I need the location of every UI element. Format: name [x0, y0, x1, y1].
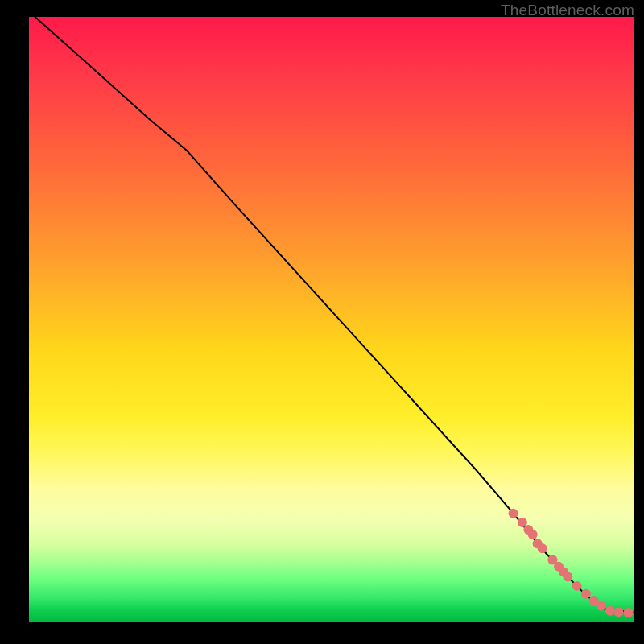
chart-overlay: [29, 17, 634, 622]
watermark-text: TheBottleneck.com: [501, 2, 634, 19]
chart-frame: TheBottleneck.com: [0, 0, 644, 644]
scatter-dot: [538, 543, 547, 553]
scatter-dot: [613, 607, 623, 617]
curve-line: [35, 17, 634, 613]
scatter-dot: [623, 608, 633, 617]
scatter-dot: [509, 509, 518, 518]
scatter-dot: [563, 572, 572, 582]
scatter-dot: [605, 606, 615, 616]
scatter-dot: [597, 601, 606, 611]
scatter-dot: [528, 530, 538, 539]
scatter-dots: [509, 509, 634, 617]
scatter-dot: [572, 581, 582, 591]
scatter-dot: [581, 589, 591, 599]
